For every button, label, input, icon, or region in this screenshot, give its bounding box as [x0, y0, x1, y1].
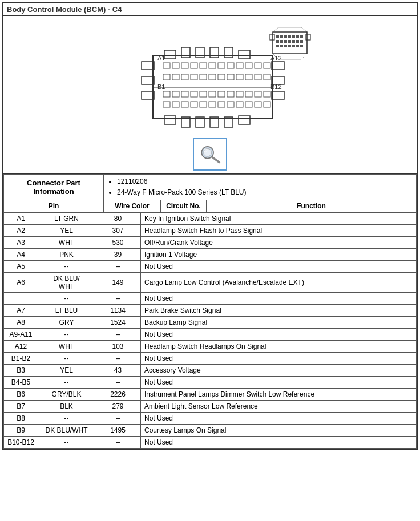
- svg-rect-53: [255, 63, 261, 68]
- svg-text:B12: B12: [270, 83, 282, 90]
- cell-pin: A5: [4, 261, 38, 273]
- svg-rect-6: [288, 35, 291, 38]
- svg-rect-25: [164, 50, 176, 59]
- part-number: 12110206: [117, 176, 413, 187]
- header-pin: Pin: [4, 200, 104, 212]
- cell-wire: LT GRN: [38, 213, 95, 225]
- cell-pin: A8: [4, 317, 38, 329]
- cell-function: Off/Run/Crank Voltage: [141, 237, 417, 249]
- cell-function: Ambient Light Sensor Low Reference: [141, 401, 417, 413]
- diagram-area: A1 A12 B1 B12: [3, 16, 417, 174]
- svg-line-98: [212, 157, 219, 163]
- svg-rect-19: [284, 45, 287, 47]
- svg-rect-61: [218, 74, 225, 80]
- svg-rect-11: [280, 40, 283, 43]
- cell-pin: B7: [4, 401, 38, 413]
- cell-wire: YEL: [38, 365, 95, 377]
- cell-wire: PNK: [38, 249, 95, 261]
- cell-wire: DK BLU/ WHT: [38, 273, 95, 293]
- page-container: Body Control Module (BCM) - C4: [2, 2, 418, 450]
- cell-function: Not Used: [141, 261, 417, 273]
- cell-pin: B10-B12: [4, 437, 38, 449]
- cell-circuit: --: [95, 293, 141, 305]
- svg-rect-42: [272, 91, 284, 99]
- cell-wire: --: [38, 437, 95, 449]
- cell-function: Not Used: [141, 329, 417, 341]
- svg-rect-40: [272, 62, 284, 70]
- cell-wire: --: [38, 413, 95, 425]
- header-circuit: Circuit No.: [161, 200, 207, 212]
- cell-wire: YEL: [38, 225, 95, 237]
- cell-pin: B4-B5: [4, 377, 38, 389]
- cell-wire: --: [38, 329, 95, 341]
- svg-rect-80: [163, 102, 170, 107]
- svg-rect-83: [191, 102, 197, 107]
- magnify-button[interactable]: [193, 138, 227, 171]
- cell-wire: LT BLU: [38, 305, 95, 317]
- svg-rect-36: [239, 116, 250, 124]
- svg-rect-44: [172, 63, 179, 68]
- cell-circuit: --: [95, 437, 141, 449]
- svg-rect-55: [163, 74, 170, 80]
- cell-wire: BLK: [38, 401, 95, 413]
- cell-circuit: 2226: [95, 389, 141, 401]
- svg-rect-50: [227, 63, 234, 68]
- svg-rect-78: [255, 91, 261, 97]
- cell-pin: B8: [4, 413, 38, 425]
- svg-rect-90: [255, 102, 261, 107]
- table-row: B3 YEL 43 Accessory Voltage: [4, 365, 417, 377]
- cell-wire: GRY: [38, 317, 95, 329]
- svg-rect-89: [245, 102, 252, 107]
- svg-rect-12: [284, 40, 287, 43]
- cell-circuit: 1495: [95, 425, 141, 437]
- svg-rect-39: [142, 91, 154, 99]
- svg-rect-79: [264, 91, 270, 97]
- table-row: A7 LT BLU 1134 Park Brake Switch Signal: [4, 305, 417, 317]
- svg-rect-8: [296, 35, 299, 38]
- cell-wire: WHT: [38, 237, 95, 249]
- cell-circuit: 43: [95, 365, 141, 377]
- cell-circuit: --: [95, 377, 141, 389]
- connector-part-row: Connector Part Information 12110206 24-W…: [4, 175, 417, 200]
- svg-rect-81: [172, 102, 179, 107]
- svg-rect-58: [191, 74, 197, 80]
- cell-wire: WHT: [38, 341, 95, 353]
- table-row: A4 PNK 39 Ignition 1 Voltage: [4, 249, 417, 261]
- cell-function: Backup Lamp Signal: [141, 317, 417, 329]
- svg-rect-31: [164, 116, 176, 124]
- svg-rect-9: [300, 35, 303, 38]
- table-row: B1-B2 -- -- Not Used: [4, 353, 417, 365]
- svg-rect-88: [236, 102, 243, 107]
- svg-rect-56: [172, 74, 179, 80]
- svg-rect-72: [200, 91, 207, 97]
- cell-wire: --: [38, 353, 95, 365]
- cell-function: Cargo Lamp Low Control (Avalanche/Escala…: [141, 273, 417, 293]
- cell-circuit: 39: [95, 249, 141, 261]
- svg-rect-14: [292, 40, 295, 43]
- cell-pin: A6: [4, 273, 38, 293]
- table-row: A9-A11 -- -- Not Used: [4, 329, 417, 341]
- cell-circuit: 1134: [95, 305, 141, 317]
- svg-rect-45: [181, 63, 188, 68]
- svg-rect-63: [236, 74, 243, 80]
- cell-function: Not Used: [141, 293, 417, 305]
- svg-rect-1: [270, 34, 274, 40]
- svg-rect-48: [209, 63, 216, 68]
- svg-rect-73: [209, 91, 216, 97]
- svg-rect-85: [209, 102, 216, 107]
- svg-rect-46: [191, 63, 197, 68]
- svg-rect-13: [288, 40, 291, 43]
- table-row: B8 -- -- Not Used: [4, 413, 417, 425]
- header-wire: Wire Color: [104, 200, 161, 212]
- svg-rect-75: [227, 91, 234, 97]
- svg-rect-23: [300, 45, 303, 47]
- svg-rect-49: [218, 63, 225, 68]
- page-title: Body Control Module (BCM) - C4: [3, 3, 417, 16]
- svg-rect-10: [276, 40, 279, 43]
- svg-rect-52: [245, 63, 252, 68]
- cell-pin: [4, 293, 38, 305]
- data-table: A1 LT GRN 80 Key In Ignition Switch Sign…: [3, 212, 417, 449]
- cell-function: Not Used: [141, 413, 417, 425]
- cell-function: Instrument Panel Lamps Dimmer Switch Low…: [141, 389, 417, 401]
- svg-rect-16: [300, 40, 303, 43]
